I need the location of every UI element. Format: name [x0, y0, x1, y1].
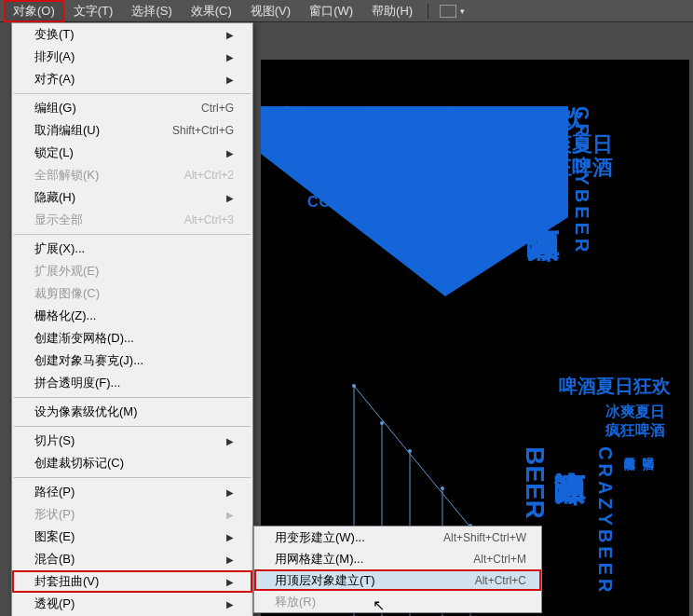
svg-line-5: [354, 386, 484, 544]
menu-item-label: 裁剪图像(C): [34, 285, 234, 302]
menu-item[interactable]: 锁定(L)▶: [12, 142, 252, 164]
menu-shortcut: Shift+Ctrl+G: [172, 124, 234, 137]
menu-item[interactable]: 栅格化(Z)...: [12, 305, 252, 327]
menu-shortcut: Alt+Ctrl+C: [475, 574, 526, 587]
menu-separator: [14, 477, 251, 478]
menu-item-label: 创建裁切标记(C): [34, 455, 234, 472]
submenu-item-label: 用网格建立(M)...: [275, 551, 445, 568]
menu-item-label: 锁定(L): [34, 144, 219, 161]
menu-item-label: 隐藏(H): [34, 189, 219, 206]
submenu-item-label: 释放(R): [275, 594, 526, 610]
menu-item[interactable]: 设为像素级优化(M): [12, 401, 252, 423]
menu-shortcut: Alt+Ctrl+3: [184, 213, 234, 226]
menu-item[interactable]: 编组(G)Ctrl+G: [12, 97, 252, 119]
menu-item-label: 形状(P): [34, 506, 219, 523]
submenu-item: 释放(R): [254, 591, 541, 612]
menu-item: 显示全部Alt+Ctrl+3: [12, 209, 252, 231]
menu-item: 扩展外观(E): [12, 260, 252, 282]
menu-item[interactable]: 创建对象马赛克(J)...: [12, 349, 252, 372]
svg-point-6: [352, 384, 356, 388]
submenu-arrow-icon: ▶: [226, 75, 234, 85]
menu-item-label: 全部解锁(K): [34, 167, 156, 184]
menu-separator: [14, 93, 251, 94]
menu-item-label: 创建对象马赛克(J)...: [34, 352, 234, 369]
menu-item[interactable]: 切片(S)▶: [12, 430, 252, 452]
menu-item[interactable]: 路径(P)▶: [12, 481, 252, 503]
menu-item-label: 对齐(A): [34, 71, 219, 88]
menu-separator: [14, 234, 251, 235]
submenu-item[interactable]: 用网格建立(M)...Alt+Ctrl+M: [254, 548, 541, 569]
menu-shortcut: Alt+Shift+Ctrl+W: [443, 531, 526, 544]
menu-item[interactable]: 对齐(A)▶: [12, 68, 252, 90]
arrange-documents-icon[interactable]: [440, 5, 456, 18]
menu-help[interactable]: 帮助(H): [362, 0, 422, 22]
menu-item-label: 图案(E): [34, 528, 219, 545]
menu-item[interactable]: 创建渐变网格(D)...: [12, 327, 252, 349]
menu-select[interactable]: 选择(S): [122, 0, 181, 22]
submenu-arrow-icon: ▶: [226, 193, 234, 203]
menu-item-label: 栅格化(Z)...: [34, 308, 234, 324]
menu-item-label: 扩展(X)...: [34, 240, 234, 257]
menu-separator: [14, 397, 251, 398]
menu-item-label: 取消编组(U): [34, 122, 144, 139]
menu-item[interactable]: 隐藏(H)▶: [12, 186, 252, 209]
menu-type[interactable]: 文字(T): [64, 0, 123, 22]
menu-item[interactable]: 透视(P)▶: [12, 593, 252, 615]
menu-item: 裁剪图像(C): [12, 282, 252, 305]
menu-item-label: 排列(A): [34, 48, 219, 65]
menu-window[interactable]: 窗口(W): [300, 0, 362, 22]
envelope-distort-submenu: 用变形建立(W)...Alt+Shift+Ctrl+W用网格建立(M)...Al…: [253, 526, 542, 613]
menu-item[interactable]: 取消编组(U)Shift+Ctrl+G: [12, 119, 252, 142]
submenu-item[interactable]: 用顶层对象建立(T)Alt+Ctrl+C: [254, 569, 541, 591]
submenu-item[interactable]: 用变形建立(W)...Alt+Shift+Ctrl+W: [254, 527, 541, 548]
menu-view[interactable]: 视图(V): [241, 0, 300, 22]
menu-object[interactable]: 对象(O): [4, 0, 64, 22]
submenu-arrow-icon: ▶: [226, 554, 234, 565]
menu-item-label: 混合(B): [34, 551, 219, 568]
menu-item-label: 透视(P): [34, 595, 219, 612]
menu-item[interactable]: 排列(A)▶: [12, 46, 252, 68]
menu-item[interactable]: 图案(E)▶: [12, 526, 252, 548]
menu-item-label: 路径(P): [34, 484, 219, 500]
menu-item-label: 显示全部: [34, 212, 156, 228]
menu-effect[interactable]: 效果(C): [182, 0, 241, 22]
menu-item-label: 编组(G): [34, 100, 173, 116]
object-menu-dropdown: 变换(T)▶排列(A)▶对齐(A)▶编组(G)Ctrl+G取消编组(U)Shif…: [11, 22, 253, 616]
chevron-down-icon[interactable]: ▾: [460, 7, 465, 16]
menu-shortcut: Ctrl+G: [201, 102, 234, 115]
menu-item[interactable]: 封套扭曲(V)▶: [12, 570, 252, 593]
menu-item[interactable]: 创建裁切标记(C): [12, 452, 252, 474]
menubar: 对象(O) 文字(T) 选择(S) 效果(C) 视图(V) 窗口(W) 帮助(H…: [0, 0, 693, 22]
submenu-arrow-icon: ▶: [226, 510, 234, 520]
menu-item-label: 变换(T): [34, 26, 219, 43]
svg-point-9: [441, 486, 444, 490]
submenu-arrow-icon: ▶: [226, 532, 234, 542]
submenu-arrow-icon: ▶: [226, 52, 234, 62]
menu-item-label: 切片(S): [34, 432, 219, 449]
menu-item-label: 设为像素级优化(M): [34, 404, 234, 420]
menubar-divider: [428, 4, 428, 19]
menu-item[interactable]: 拼合透明度(F)...: [12, 372, 252, 394]
menu-item-label: 创建渐变网格(D)...: [34, 330, 234, 347]
submenu-item-label: 用变形建立(W)...: [275, 529, 415, 546]
menu-item-label: 封套扭曲(V): [34, 573, 219, 590]
submenu-arrow-icon: ▶: [226, 436, 234, 446]
menu-shortcut: Alt+Ctrl+2: [184, 169, 234, 182]
submenu-arrow-icon: ▶: [226, 30, 234, 40]
submenu-item-label: 用顶层对象建立(T): [275, 572, 447, 589]
svg-point-8: [408, 449, 412, 453]
menu-separator: [14, 426, 251, 427]
submenu-arrow-icon: ▶: [226, 148, 234, 158]
submenu-arrow-icon: ▶: [226, 599, 234, 609]
menu-item[interactable]: 扩展(X)...: [12, 238, 252, 260]
svg-point-7: [380, 421, 384, 425]
menu-item[interactable]: 混合(B)▶: [12, 548, 252, 570]
submenu-arrow-icon: ▶: [226, 487, 234, 498]
menu-shortcut: Alt+Ctrl+M: [473, 553, 526, 566]
menu-item-label: 拼合透明度(F)...: [34, 375, 234, 391]
menu-item: 全部解锁(K)Alt+Ctrl+2: [12, 164, 252, 186]
submenu-arrow-icon: ▶: [226, 577, 234, 587]
menu-item: 形状(P)▶: [12, 503, 252, 526]
menu-item-label: 扩展外观(E): [34, 263, 234, 280]
menu-item[interactable]: 变换(T)▶: [12, 23, 252, 46]
